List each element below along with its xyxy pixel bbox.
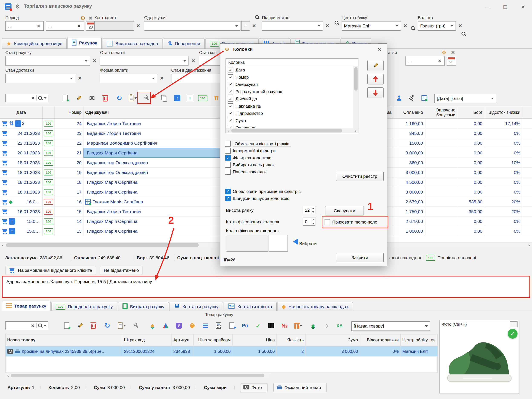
- fixed-cols-spinner[interactable]: 0: [303, 218, 315, 226]
- column-item[interactable]: Одержувач: [226, 81, 354, 88]
- cancel-button[interactable]: Скасувати: [325, 206, 364, 215]
- column-checkbox[interactable]: [228, 74, 234, 80]
- col-goods-discount[interactable]: Відсоток знижки: [360, 334, 401, 346]
- recipient-cell[interactable]: Гладких Марія Сергіївна: [83, 177, 221, 187]
- recipient-cell[interactable]: Гладких Марія Сергіївна: [83, 216, 221, 226]
- move-column-up-button[interactable]: [367, 74, 384, 85]
- column-item[interactable]: Сума: [226, 117, 354, 124]
- bottom-tab[interactable]: Товар рахунку: [2, 301, 51, 311]
- client-button[interactable]: [393, 92, 405, 104]
- hide-memo-checkbox[interactable]: [325, 219, 330, 225]
- column-item[interactable]: Дата: [226, 66, 354, 74]
- fixed-color-swatch[interactable]: [226, 235, 288, 252]
- refresh-button[interactable]: [114, 92, 125, 104]
- clear-icon[interactable]: [437, 58, 442, 64]
- dialog-close-icon[interactable]: [375, 45, 384, 54]
- column-checkbox[interactable]: [228, 110, 234, 116]
- minimize-button[interactable]: [478, 0, 496, 14]
- vertical-scrollbar[interactable]: [354, 66, 358, 128]
- tab[interactable]: Видаткова накладна: [102, 38, 163, 49]
- bottom-tab[interactable]: Передоплата рахунку: [51, 302, 117, 311]
- period-gear-icon[interactable]: [79, 14, 87, 22]
- column-item[interactable]: Номер: [226, 74, 354, 81]
- valuta-search-icon[interactable]: [410, 25, 416, 31]
- dialog-option[interactable]: Фільтр за колонкою: [225, 155, 291, 160]
- spinner-up-icon[interactable]: [311, 218, 315, 222]
- copy-button[interactable]: [158, 92, 170, 104]
- col-price-list[interactable]: Ціна за прайсом: [194, 334, 233, 346]
- translit-button[interactable]: [334, 320, 345, 331]
- delete-button[interactable]: [88, 320, 99, 331]
- recipient-cell[interactable]: Гладких Марія Сергіївна: [83, 187, 221, 197]
- clipboard-button[interactable]: [115, 320, 129, 331]
- column-item[interactable]: Накладна №: [226, 103, 354, 110]
- dostavky-calendar-button[interactable]: 23: [447, 56, 456, 66]
- payments-button[interactable]: [197, 92, 208, 104]
- col-article[interactable]: Артикул: [172, 334, 194, 346]
- stan-dostavky-combo[interactable]: [5, 74, 75, 83]
- dialog-titlebar[interactable]: Колонки: [220, 44, 387, 55]
- table-search-input[interactable]: [5, 94, 48, 102]
- delete-button[interactable]: [100, 92, 111, 104]
- column-checkbox[interactable]: [228, 89, 234, 94]
- settings-wrench-button[interactable]: [130, 320, 141, 331]
- option-checkbox[interactable]: [225, 162, 231, 168]
- id-link[interactable]: ID=26: [224, 258, 235, 263]
- goods-row[interactable]: Кросівки на липучках 2345938 38,5(р) зе……: [6, 346, 437, 356]
- filter-clear-icon[interactable]: [450, 49, 456, 56]
- search-clear-icon[interactable]: [30, 322, 36, 329]
- col-goods-name[interactable]: Назва товару: [6, 334, 122, 346]
- stock-green-button[interactable]: [308, 320, 319, 331]
- add-button[interactable]: [60, 92, 71, 104]
- column-item[interactable]: Дійсний до: [226, 95, 354, 103]
- bottom-tab[interactable]: Наявність товару на складах: [277, 302, 353, 311]
- valuta-combo[interactable]: Гривня (грн): [418, 21, 456, 31]
- kontragent-clear-icon[interactable]: [135, 22, 141, 29]
- scroll-thumb[interactable]: [6, 243, 199, 247]
- export-button[interactable]: [184, 92, 196, 104]
- col-price[interactable]: Ціна: [233, 334, 277, 346]
- centr-combo[interactable]: Магазин Еліт: [342, 21, 401, 31]
- goods-header[interactable]: Назва товару Штрих-код Артикул Ціна за п…: [6, 334, 437, 346]
- col-bonus[interactable]: Оплачено бонусами: [425, 106, 457, 118]
- add-button[interactable]: [61, 320, 72, 331]
- stock-button[interactable]: [147, 320, 158, 331]
- recipient-cell[interactable]: Баданюк Игорян Тестович: [83, 207, 221, 216]
- option-checkbox[interactable]: [225, 148, 231, 153]
- period-from-field[interactable]: . .: [5, 21, 44, 31]
- column-item[interactable]: Підприємство: [226, 110, 354, 117]
- column-checkbox[interactable]: [228, 82, 234, 87]
- tab[interactable]: Рахунок: [67, 37, 101, 49]
- dialog-option[interactable]: Швидкий пошук за колонкою: [225, 196, 301, 201]
- recipient-cell[interactable]: Баданюк Игорян Тестович: [83, 129, 221, 138]
- recipient-cell[interactable]: Баденюк Ігор Олександрович: [83, 168, 221, 177]
- col-sum[interactable]: Сума: [306, 334, 360, 346]
- pyramid-button[interactable]: [160, 320, 171, 331]
- goods-hscrollbar[interactable]: [5, 373, 271, 378]
- oderzhuvach-list-button[interactable]: [241, 21, 250, 31]
- recipient-cell[interactable]: Марципан Володимир Сергійович: [83, 138, 221, 148]
- number-button[interactable]: [279, 320, 290, 331]
- scroll-thumb[interactable]: [231, 129, 342, 133]
- centr-search-icon[interactable]: [334, 20, 340, 25]
- recipient-cell[interactable]: Гладких Марія Сергіївна: [83, 197, 221, 207]
- move-column-down-button[interactable]: [367, 87, 384, 98]
- tab[interactable]: Повернення: [163, 38, 205, 49]
- column-item[interactable]: Розрахунковий рахунок: [226, 88, 354, 95]
- kontragent-input[interactable]: [94, 21, 134, 31]
- not-shipped-legend[interactable]: Не відвантажено: [100, 266, 142, 275]
- sort-key-combo[interactable]: [Дата] [ключ]: [434, 94, 496, 103]
- stan-dostavky-clear-icon[interactable]: [77, 75, 83, 82]
- bottom-tab[interactable]: Контакти рахунку: [170, 302, 223, 311]
- stock-outline-button[interactable]: [321, 320, 332, 331]
- dialog-option[interactable]: Оновлювати при зміненні фільтрів: [225, 189, 301, 194]
- clear-icon[interactable]: [36, 23, 41, 29]
- bottom-tab[interactable]: Контакти клієнта: [224, 302, 277, 311]
- scroll-left-icon[interactable]: [226, 128, 230, 133]
- dialog-option[interactable]: Обмеження кількості рядків: [225, 141, 291, 147]
- upload-button[interactable]: [172, 92, 183, 104]
- scroll-left-icon[interactable]: [0, 243, 5, 248]
- clear-registry-button[interactable]: Очистити реєстр: [336, 172, 384, 181]
- column-checkbox[interactable]: [228, 67, 234, 73]
- pidpryemstvo-search-icon[interactable]: [254, 14, 260, 20]
